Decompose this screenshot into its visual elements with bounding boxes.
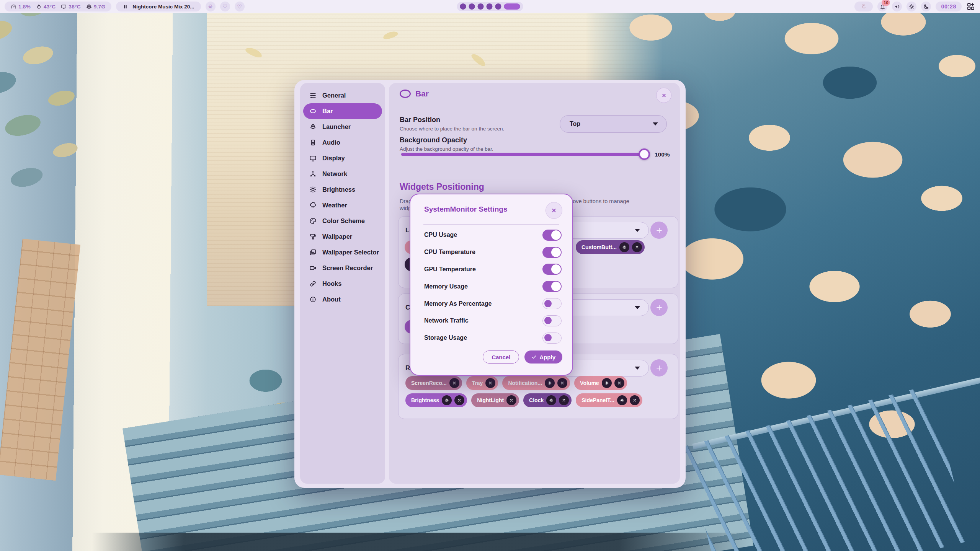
media-player-widget[interactable]: Nightcore Music Mix 20...: [116, 2, 201, 11]
add-widget-button[interactable]: [650, 359, 668, 377]
chip-remove-button[interactable]: [449, 378, 459, 388]
chip-settings-button[interactable]: [545, 378, 555, 388]
chip-remove-button[interactable]: [485, 378, 495, 388]
sidebar-item-wallpaper-selector[interactable]: Wallpaper Selector: [303, 245, 382, 260]
cancel-button[interactable]: Cancel: [483, 350, 519, 364]
chip-label: NightLight: [477, 397, 504, 403]
workspace-dot[interactable]: [495, 3, 501, 10]
speaker-icon: [309, 139, 317, 146]
chip-remove-button[interactable]: [506, 395, 516, 405]
page-title: Bar: [415, 89, 429, 98]
workspace-dot[interactable]: [460, 3, 466, 10]
cpu-temp-stat: 43°C: [36, 4, 56, 10]
cpu-temperature-toggle[interactable]: [542, 247, 562, 258]
chevron-down-icon: [653, 122, 658, 126]
volume-button[interactable]: [892, 2, 902, 11]
apply-button[interactable]: Apply: [524, 350, 562, 364]
sidebar-item-about[interactable]: About: [303, 292, 382, 307]
chip-remove-button[interactable]: [559, 395, 569, 405]
sidebar-item-general[interactable]: General: [303, 88, 382, 103]
chip-settings-button[interactable]: [546, 395, 556, 405]
sidebar-item-launcher[interactable]: Launcher: [303, 119, 382, 135]
video-icon: [309, 264, 317, 272]
toggle-knob: [544, 300, 552, 307]
systemmonitor-settings-dialog: SystemMonitor Settings CPU Usage CPU Tem…: [410, 194, 573, 376]
workspace-dot[interactable]: [469, 3, 475, 10]
chevron-down-icon: [635, 229, 640, 232]
sidebar-item-label: Color Scheme: [322, 217, 365, 225]
chip-settings-button[interactable]: [602, 378, 612, 388]
widget-chip-screenrecorder[interactable]: ScreenReco...: [405, 376, 462, 390]
opacity-slider-track[interactable]: [401, 153, 648, 156]
pause-icon: [122, 4, 128, 10]
moon-off-icon: [923, 4, 929, 10]
workspace-dot[interactable]: [487, 3, 493, 10]
widget-chip-custombutton[interactable]: CustomButt...: [576, 240, 645, 254]
close-icon: [661, 93, 667, 98]
widget-chip-tray[interactable]: Tray: [466, 376, 498, 390]
widget-chip-clock[interactable]: Clock: [523, 393, 572, 407]
brightness-button[interactable]: [906, 2, 916, 11]
window-close-button[interactable]: [656, 88, 671, 103]
widget-chip-sidepaneltoggle[interactable]: SidePanelT...: [576, 393, 642, 407]
chip-remove-button[interactable]: [614, 378, 624, 388]
widget-chip-volume[interactable]: Volume: [574, 376, 627, 390]
toggle-knob: [551, 282, 561, 291]
add-widget-button[interactable]: [650, 299, 668, 316]
sidebar-item-network[interactable]: Network: [303, 166, 382, 182]
opacity-slider-knob[interactable]: [639, 148, 650, 160]
memory-as-percentage-toggle[interactable]: [542, 298, 562, 309]
night-light-button[interactable]: [921, 2, 931, 11]
network-traffic-toggle[interactable]: [542, 315, 562, 326]
gpu-temperature-toggle[interactable]: [542, 264, 562, 275]
dialog-title: SystemMonitor Settings: [424, 205, 507, 214]
skull-button[interactable]: ☠: [206, 2, 216, 11]
sidebar-item-bar[interactable]: Bar: [303, 103, 382, 119]
sidebar-item-hooks[interactable]: Hooks: [303, 276, 382, 292]
tray-app-button[interactable]: [854, 2, 873, 11]
add-widget-button[interactable]: [650, 222, 668, 239]
chip-settings-button[interactable]: [617, 395, 627, 405]
overview-button[interactable]: [966, 2, 975, 11]
cpu-usage-toggle[interactable]: [542, 230, 562, 241]
sidebar-item-label: Network: [322, 170, 347, 178]
clock-widget[interactable]: 00:28: [936, 2, 962, 11]
cloud-icon: [309, 202, 317, 209]
chip-remove-button[interactable]: [632, 242, 642, 252]
chip-settings-button[interactable]: [442, 395, 452, 405]
cpu-temp-value: 43°C: [44, 4, 56, 10]
sidebar-item-audio[interactable]: Audio: [303, 135, 382, 150]
plus-icon: [655, 364, 663, 372]
chip-remove-button[interactable]: [557, 378, 567, 388]
dialog-close-button[interactable]: [546, 202, 562, 219]
desktop: 1.8% 43°C 38°C 9.7G Nightcore Music Mix …: [0, 0, 980, 551]
memory-usage-toggle[interactable]: [542, 281, 562, 292]
widget-chip-brightness[interactable]: Brightness: [405, 393, 467, 407]
widget-chip-notification[interactable]: Notification...: [502, 376, 570, 390]
sidebar-item-brightness[interactable]: Brightness: [303, 182, 382, 197]
heart-button[interactable]: ♡: [235, 2, 245, 11]
toggle-row-gpu-temperature: GPU Temperature: [424, 261, 562, 278]
chip-remove-button[interactable]: [454, 395, 464, 405]
workspace-active[interactable]: [504, 3, 520, 10]
sidebar-item-weather[interactable]: Weather: [303, 197, 382, 213]
heart-button[interactable]: ♡: [220, 2, 230, 11]
workspace-dot[interactable]: [478, 3, 484, 10]
sidebar-item-color-scheme[interactable]: Color Scheme: [303, 213, 382, 229]
storage-usage-toggle[interactable]: [542, 333, 562, 344]
gpu-temp-stat: 38°C: [61, 4, 80, 10]
chip-remove-button[interactable]: [630, 395, 640, 405]
widget-chip-nightlight[interactable]: NightLight: [471, 393, 519, 407]
sidebar-item-display[interactable]: Display: [303, 150, 382, 166]
sidebar-item-label: Wallpaper: [322, 233, 352, 240]
monitor-icon: [61, 4, 67, 10]
chip-settings-button[interactable]: [619, 242, 629, 252]
system-stats-widget[interactable]: 1.8% 43°C 38°C 9.7G: [5, 2, 111, 11]
sidebar-item-wallpaper[interactable]: Wallpaper: [303, 229, 382, 245]
plus-icon: [655, 227, 663, 234]
media-title: Nightcore Music Mix 20...: [132, 4, 194, 10]
toggle-knob: [551, 230, 561, 240]
sidebar: General Bar Launcher Audio Display Netwo…: [300, 83, 385, 484]
bar-position-dropdown[interactable]: Top: [560, 115, 667, 133]
sidebar-item-screen-recorder[interactable]: Screen Recorder: [303, 260, 382, 276]
